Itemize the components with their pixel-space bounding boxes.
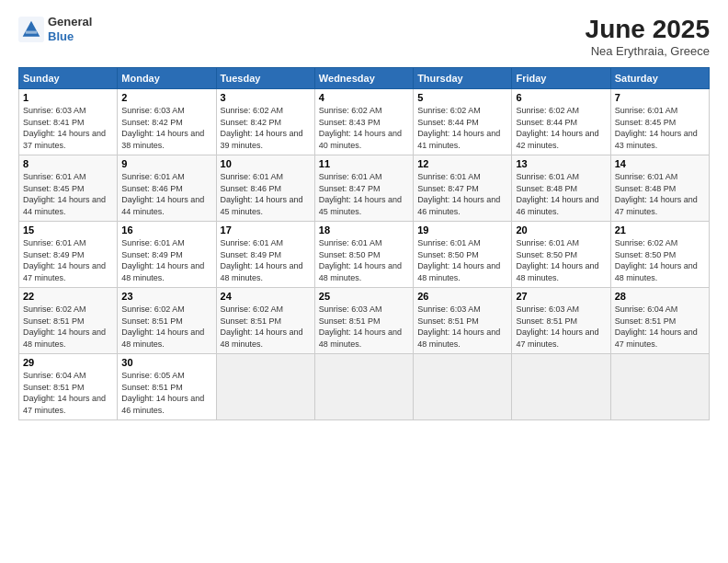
- day-number: 14: [615, 158, 705, 169]
- calendar-cell: 22Sunrise: 6:02 AMSunset: 8:51 PMDayligh…: [19, 288, 118, 354]
- day-content: Sunrise: 6:02 AMSunset: 8:51 PMDaylight:…: [221, 304, 311, 350]
- day-number: 8: [23, 158, 113, 169]
- calendar-cell: 14Sunrise: 6:01 AMSunset: 8:48 PMDayligh…: [610, 155, 709, 222]
- day-content: Sunrise: 6:02 AMSunset: 8:44 PMDaylight:…: [516, 105, 606, 151]
- day-content: Sunrise: 6:01 AMSunset: 8:46 PMDaylight:…: [221, 171, 311, 217]
- day-content: Sunrise: 6:01 AMSunset: 8:48 PMDaylight:…: [615, 171, 705, 217]
- day-number: 28: [615, 291, 705, 302]
- day-number: 25: [319, 291, 409, 302]
- day-number: 23: [121, 291, 211, 302]
- logo-icon: [18, 17, 44, 42]
- week-row-4: 22Sunrise: 6:02 AMSunset: 8:51 PMDayligh…: [19, 288, 710, 354]
- weekday-header-tuesday: Tuesday: [216, 68, 314, 89]
- calendar-cell: 11Sunrise: 6:01 AMSunset: 8:47 PMDayligh…: [314, 155, 413, 222]
- calendar-cell: 3Sunrise: 6:02 AMSunset: 8:42 PMDaylight…: [216, 89, 314, 155]
- day-number: 16: [121, 224, 211, 236]
- day-content: Sunrise: 6:01 AMSunset: 8:49 PMDaylight:…: [121, 237, 211, 283]
- day-number: 17: [221, 224, 311, 236]
- day-content: Sunrise: 6:01 AMSunset: 8:50 PMDaylight:…: [516, 237, 606, 283]
- day-number: 2: [121, 92, 211, 103]
- month-year: June 2025: [586, 15, 710, 44]
- day-content: Sunrise: 6:05 AMSunset: 8:51 PMDaylight:…: [121, 370, 211, 416]
- calendar-cell: 12Sunrise: 6:01 AMSunset: 8:47 PMDayligh…: [414, 155, 512, 222]
- calendar-cell: [216, 354, 314, 420]
- logo-line2: Blue: [48, 29, 92, 44]
- calendar-cell: 9Sunrise: 6:01 AMSunset: 8:46 PMDaylight…: [118, 155, 216, 222]
- logo-text: General Blue: [48, 15, 92, 43]
- calendar-cell: 25Sunrise: 6:03 AMSunset: 8:51 PMDayligh…: [314, 288, 413, 354]
- day-number: 24: [221, 291, 311, 302]
- day-content: Sunrise: 6:02 AMSunset: 8:51 PMDaylight:…: [121, 304, 211, 350]
- week-row-1: 1Sunrise: 6:03 AMSunset: 8:41 PMDaylight…: [19, 89, 710, 155]
- weekday-header-friday: Friday: [512, 68, 610, 89]
- day-content: Sunrise: 6:03 AMSunset: 8:51 PMDaylight:…: [516, 304, 606, 350]
- calendar-cell: 8Sunrise: 6:01 AMSunset: 8:45 PMDaylight…: [19, 155, 118, 222]
- day-content: Sunrise: 6:01 AMSunset: 8:45 PMDaylight:…: [23, 171, 113, 217]
- day-content: Sunrise: 6:02 AMSunset: 8:51 PMDaylight:…: [23, 304, 113, 350]
- calendar-cell: 20Sunrise: 6:01 AMSunset: 8:50 PMDayligh…: [512, 222, 610, 288]
- day-number: 26: [417, 291, 507, 302]
- week-row-5: 29Sunrise: 6:04 AMSunset: 8:51 PMDayligh…: [19, 354, 710, 420]
- day-content: Sunrise: 6:02 AMSunset: 8:42 PMDaylight:…: [221, 105, 311, 151]
- day-number: 11: [319, 158, 409, 169]
- day-number: 21: [615, 224, 705, 236]
- logo-line1: General: [48, 15, 92, 29]
- day-content: Sunrise: 6:03 AMSunset: 8:41 PMDaylight:…: [23, 105, 113, 151]
- day-number: 15: [23, 224, 113, 236]
- calendar-cell: 10Sunrise: 6:01 AMSunset: 8:46 PMDayligh…: [216, 155, 314, 222]
- day-content: Sunrise: 6:03 AMSunset: 8:51 PMDaylight:…: [417, 304, 507, 350]
- calendar-cell: 5Sunrise: 6:02 AMSunset: 8:44 PMDaylight…: [414, 89, 512, 155]
- calendar-cell: 19Sunrise: 6:01 AMSunset: 8:50 PMDayligh…: [414, 222, 512, 288]
- header: General Blue June 2025 Nea Erythraia, Gr…: [18, 15, 710, 58]
- weekday-header-thursday: Thursday: [414, 68, 512, 89]
- day-number: 5: [417, 92, 507, 103]
- weekday-header-row: SundayMondayTuesdayWednesdayThursdayFrid…: [19, 68, 710, 89]
- day-number: 29: [23, 357, 113, 368]
- day-number: 9: [121, 158, 211, 169]
- day-content: Sunrise: 6:04 AMSunset: 8:51 PMDaylight:…: [23, 370, 113, 416]
- calendar-cell: 18Sunrise: 6:01 AMSunset: 8:50 PMDayligh…: [314, 222, 413, 288]
- calendar-cell: 21Sunrise: 6:02 AMSunset: 8:50 PMDayligh…: [610, 222, 709, 288]
- day-content: Sunrise: 6:01 AMSunset: 8:49 PMDaylight:…: [221, 237, 311, 283]
- day-number: 6: [516, 92, 606, 103]
- calendar-cell: 30Sunrise: 6:05 AMSunset: 8:51 PMDayligh…: [118, 354, 216, 420]
- weekday-header-sunday: Sunday: [19, 68, 118, 89]
- calendar-cell: 15Sunrise: 6:01 AMSunset: 8:49 PMDayligh…: [19, 222, 118, 288]
- day-content: Sunrise: 6:02 AMSunset: 8:44 PMDaylight:…: [417, 105, 507, 151]
- day-number: 13: [516, 158, 606, 169]
- day-content: Sunrise: 6:03 AMSunset: 8:51 PMDaylight:…: [319, 304, 409, 350]
- calendar-cell: 1Sunrise: 6:03 AMSunset: 8:41 PMDaylight…: [19, 89, 118, 155]
- calendar-cell: 27Sunrise: 6:03 AMSunset: 8:51 PMDayligh…: [512, 288, 610, 354]
- calendar-cell: 13Sunrise: 6:01 AMSunset: 8:48 PMDayligh…: [512, 155, 610, 222]
- weekday-header-monday: Monday: [118, 68, 216, 89]
- week-row-3: 15Sunrise: 6:01 AMSunset: 8:49 PMDayligh…: [19, 222, 710, 288]
- calendar-cell: 6Sunrise: 6:02 AMSunset: 8:44 PMDaylight…: [512, 89, 610, 155]
- day-content: Sunrise: 6:02 AMSunset: 8:50 PMDaylight:…: [615, 237, 705, 283]
- calendar-cell: 7Sunrise: 6:01 AMSunset: 8:45 PMDaylight…: [610, 89, 709, 155]
- day-number: 1: [23, 92, 113, 103]
- day-number: 3: [221, 92, 311, 103]
- day-content: Sunrise: 6:01 AMSunset: 8:50 PMDaylight:…: [319, 237, 409, 283]
- calendar-cell: [610, 354, 709, 420]
- day-number: 12: [417, 158, 507, 169]
- calendar-cell: 24Sunrise: 6:02 AMSunset: 8:51 PMDayligh…: [216, 288, 314, 354]
- day-number: 19: [417, 224, 507, 236]
- calendar-cell: 26Sunrise: 6:03 AMSunset: 8:51 PMDayligh…: [414, 288, 512, 354]
- svg-rect-2: [26, 30, 37, 33]
- calendar-table: SundayMondayTuesdayWednesdayThursdayFrid…: [18, 67, 710, 420]
- week-row-2: 8Sunrise: 6:01 AMSunset: 8:45 PMDaylight…: [19, 155, 710, 222]
- location: Nea Erythraia, Greece: [586, 44, 710, 58]
- day-content: Sunrise: 6:01 AMSunset: 8:49 PMDaylight:…: [23, 237, 113, 283]
- calendar-cell: [414, 354, 512, 420]
- calendar-cell: 28Sunrise: 6:04 AMSunset: 8:51 PMDayligh…: [610, 288, 709, 354]
- calendar-cell: 23Sunrise: 6:02 AMSunset: 8:51 PMDayligh…: [118, 288, 216, 354]
- day-number: 20: [516, 224, 606, 236]
- day-content: Sunrise: 6:01 AMSunset: 8:50 PMDaylight:…: [417, 237, 507, 283]
- day-content: Sunrise: 6:01 AMSunset: 8:46 PMDaylight:…: [121, 171, 211, 217]
- calendar-cell: [314, 354, 413, 420]
- calendar-cell: 4Sunrise: 6:02 AMSunset: 8:43 PMDaylight…: [314, 89, 413, 155]
- day-number: 4: [319, 92, 409, 103]
- logo: General Blue: [18, 15, 92, 43]
- day-number: 18: [319, 224, 409, 236]
- day-content: Sunrise: 6:01 AMSunset: 8:47 PMDaylight:…: [319, 171, 409, 217]
